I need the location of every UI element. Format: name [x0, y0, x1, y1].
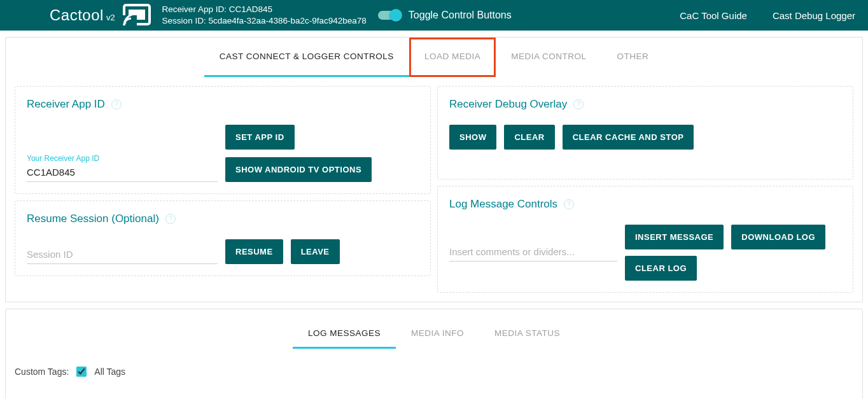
- logo-subtitle: v2: [106, 13, 115, 22]
- toggle-control-buttons-switch[interactable]: [378, 11, 400, 20]
- toggle-control-buttons-label: Toggle Control Buttons: [409, 10, 512, 21]
- tab-media-info[interactable]: MEDIA INFO: [396, 318, 479, 349]
- log-comments-input[interactable]: [449, 244, 617, 262]
- panel-log-title: Log Message Controls: [449, 198, 557, 211]
- overlay-show-button[interactable]: SHOW: [449, 125, 496, 150]
- tab-log-messages[interactable]: LOG MESSAGES: [293, 318, 396, 349]
- panel-resume-title: Resume Session (Optional): [27, 213, 159, 225]
- cast-icon[interactable]: [122, 3, 152, 28]
- tab-load-media[interactable]: LOAD MEDIA: [409, 38, 496, 77]
- leave-button[interactable]: LEAVE: [291, 239, 340, 264]
- tab-other[interactable]: OTHER: [601, 38, 664, 77]
- panel-log-controls: Log Message Controls ? INSERT MESSAGE DO…: [437, 186, 853, 293]
- help-icon[interactable]: ?: [564, 199, 574, 209]
- all-tags-label: All Tags: [94, 367, 125, 377]
- help-icon[interactable]: ?: [165, 214, 176, 224]
- session-id-value: 5cdae4fa-32aa-4386-ba2c-9fac942bea78: [208, 16, 366, 25]
- logo-title: Cactool: [50, 6, 104, 24]
- session-id-label: Session ID:: [162, 16, 209, 25]
- insert-message-button[interactable]: INSERT MESSAGE: [625, 225, 724, 249]
- overlay-clear-cache-button[interactable]: CLEAR CACHE AND STOP: [563, 125, 694, 150]
- nav-cac-tool-guide[interactable]: CaC Tool Guide: [680, 10, 747, 21]
- main-tabs: CAST CONNECT & LOGGER CONTROLS LOAD MEDI…: [6, 38, 862, 77]
- app-header: Cactool v2 Receiver App ID: CC1AD845 Ses…: [0, 0, 868, 31]
- receiver-app-id-input-label: Your Receiver App ID: [27, 154, 218, 163]
- download-log-button[interactable]: DOWNLOAD LOG: [731, 225, 825, 249]
- panel-receiver-title: Receiver App ID: [27, 98, 105, 111]
- help-icon[interactable]: ?: [573, 99, 584, 109]
- help-icon[interactable]: ?: [111, 99, 122, 109]
- tab-media-status[interactable]: MEDIA STATUS: [479, 318, 575, 349]
- nav-cast-debug-logger[interactable]: Cast Debug Logger: [773, 10, 855, 21]
- log-tabs: LOG MESSAGES MEDIA INFO MEDIA STATUS: [6, 318, 862, 349]
- panel-receiver-app-id: Receiver App ID ? Your Receiver App ID S…: [15, 86, 431, 194]
- receiver-app-id-input[interactable]: [27, 164, 218, 182]
- receiver-app-id-value: CC1AD845: [229, 4, 272, 14]
- panel-debug-overlay: Receiver Debug Overlay ? SHOW CLEAR CLEA…: [437, 86, 853, 179]
- resume-button[interactable]: RESUME: [225, 239, 283, 264]
- panel-overlay-title: Receiver Debug Overlay: [449, 98, 567, 111]
- receiver-app-id-label: Receiver App ID:: [162, 4, 229, 14]
- controls-card: CAST CONNECT & LOGGER CONTROLS LOAD MEDI…: [5, 37, 863, 302]
- session-info: Receiver App ID: CC1AD845 Session ID: 5c…: [162, 4, 367, 27]
- custom-tags-label: Custom Tags:: [15, 367, 69, 377]
- logo: Cactool v2: [50, 6, 115, 24]
- overlay-clear-button[interactable]: CLEAR: [504, 125, 554, 150]
- tab-media-control[interactable]: MEDIA CONTROL: [496, 38, 601, 77]
- log-card: LOG MESSAGES MEDIA INFO MEDIA STATUS Cus…: [5, 309, 863, 399]
- tab-cast-connect[interactable]: CAST CONNECT & LOGGER CONTROLS: [204, 38, 409, 77]
- show-android-tv-options-button[interactable]: SHOW ANDROID TV OPTIONS: [225, 157, 372, 182]
- set-app-id-button[interactable]: SET APP ID: [225, 125, 295, 150]
- session-id-input[interactable]: [27, 246, 218, 264]
- panel-resume-session: Resume Session (Optional) ? RESUME LEAVE: [15, 200, 431, 276]
- all-tags-checkbox[interactable]: [76, 367, 87, 377]
- clear-log-button[interactable]: CLEAR LOG: [625, 256, 697, 281]
